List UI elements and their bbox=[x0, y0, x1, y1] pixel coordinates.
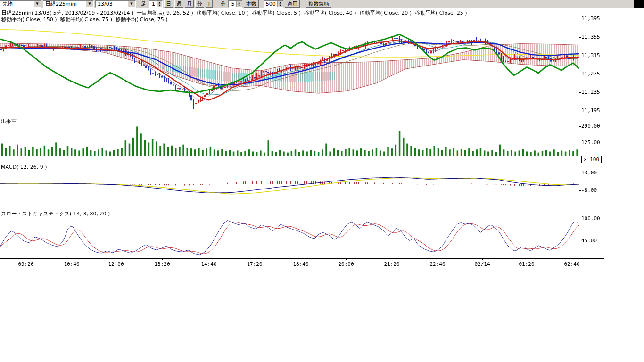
x-axis-tick-label: 09:20 bbox=[16, 261, 36, 267]
chevron-down-icon[interactable]: ▼ bbox=[128, 1, 135, 7]
y-axis-tick-label: 11,235 bbox=[581, 90, 604, 95]
bars-spinner-value: 5 bbox=[229, 1, 236, 7]
count-spinner[interactable]: 500 ▲▼ bbox=[264, 0, 283, 8]
count-spinner-value: 500 bbox=[264, 1, 277, 7]
period-month-button[interactable]: 月 bbox=[185, 0, 194, 8]
spinner-down-icon[interactable]: ▼ bbox=[157, 4, 162, 7]
x-axis-tick-label: 17:20 bbox=[244, 261, 265, 267]
spinner-down-icon[interactable]: ▼ bbox=[278, 4, 283, 7]
chevron-down-icon[interactable]: ▼ bbox=[33, 1, 41, 7]
bars-spinner[interactable]: 5 ▲▼ bbox=[228, 0, 242, 8]
y-axis-tick-label: 11,395 bbox=[581, 16, 604, 22]
period-day-button[interactable]: 日 bbox=[164, 0, 173, 8]
x-axis-tick-label: 13:20 bbox=[152, 261, 173, 267]
y-axis-tick-label: 11,355 bbox=[581, 34, 604, 40]
stoch-panel-label: スロー・ストキャスティクス( 14, 3, 80, 20 ) bbox=[1, 210, 110, 217]
y-axis-tick-label: -8.00 bbox=[581, 188, 604, 193]
volume-multiplier-badge: × 100 bbox=[581, 156, 602, 163]
x-axis-tick-label: 22:40 bbox=[427, 261, 448, 267]
period-minute-button[interactable]: 分 bbox=[195, 0, 204, 8]
toolbar: 先物 ▼ 日経225mini ▼ 13/03 ▼ 足 1 ▲▼ 日 週 月 分 … bbox=[0, 0, 644, 8]
price-chart-canvas[interactable] bbox=[0, 0, 644, 292]
instrument-type-value: 先物 bbox=[0, 1, 33, 7]
y-axis-tick-label: 11,275 bbox=[581, 71, 604, 77]
x-axis-tick-label: 18:40 bbox=[290, 261, 311, 267]
y-axis-tick-label: 11,315 bbox=[581, 53, 604, 58]
x-axis-tick-label: 02/14 bbox=[472, 261, 493, 267]
spinner-down-icon[interactable]: ▼ bbox=[237, 4, 242, 7]
x-axis-tick-label: 14:40 bbox=[198, 261, 219, 267]
x-axis-tick-label: 20:00 bbox=[336, 261, 356, 267]
x-axis-tick-label: 12:00 bbox=[106, 261, 126, 267]
contract-month-dropdown[interactable]: 13/03 ▼ bbox=[95, 0, 136, 8]
bar-count-button[interactable]: 本数 bbox=[244, 0, 259, 8]
y-axis-tick-label: 100.00 bbox=[581, 216, 604, 222]
x-axis-tick-label: 01:20 bbox=[516, 261, 537, 267]
period-week-button[interactable]: 週 bbox=[174, 0, 183, 8]
x-axis-tick-label: 10:40 bbox=[61, 261, 82, 267]
y-axis-tick-label: 13.00 bbox=[581, 170, 604, 176]
toolbar-corner-box bbox=[634, 0, 644, 8]
chevron-down-icon[interactable]: ▼ bbox=[86, 1, 93, 7]
chart-application-window: { "toolbar": { "combos": [ {"value": "先物… bbox=[0, 0, 644, 362]
interval-spinner[interactable]: 1 ▲▼ bbox=[149, 0, 163, 8]
x-axis-tick-label: 21:20 bbox=[381, 261, 402, 267]
period-tick-button[interactable]: T bbox=[206, 0, 213, 8]
volume-panel-label: 出来高 bbox=[1, 118, 17, 125]
y-axis-tick-label: 11,195 bbox=[581, 108, 604, 114]
bar-type-label: 足 bbox=[140, 0, 147, 8]
minute-unit-label: 分 bbox=[220, 0, 227, 8]
y-axis-tick-label: 290.00 bbox=[581, 123, 604, 129]
instrument-type-dropdown[interactable]: 先物 ▼ bbox=[0, 0, 41, 8]
contract-month-value: 13/03 bbox=[96, 1, 128, 7]
multi-symbol-button[interactable]: 複数銘柄 bbox=[306, 0, 331, 8]
symbol-value: 日経225mini bbox=[43, 1, 86, 7]
interval-spinner-value: 1 bbox=[149, 1, 157, 7]
y-axis-tick-label: 125.00 bbox=[581, 140, 604, 146]
chart-header-line2: 移動平均( Close, 150 ) 移動平均( Close, 75 ) 移動平… bbox=[1, 16, 168, 23]
symbol-dropdown[interactable]: 日経225mini ▼ bbox=[43, 0, 94, 8]
chart-header-line1: 日経225mini 13/03( 5分, 2013/02/09 - 2013/0… bbox=[1, 9, 467, 16]
x-axis-tick-label: 02:40 bbox=[561, 261, 582, 267]
y-axis-tick-label: 45.00 bbox=[581, 238, 604, 244]
macd-panel-label: MACD( 12, 26, 9 ) bbox=[1, 164, 47, 170]
apply-button[interactable]: 適用 bbox=[285, 0, 300, 8]
